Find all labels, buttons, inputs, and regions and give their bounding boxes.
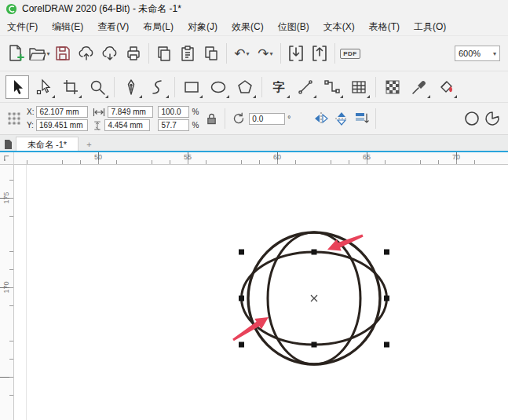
selection-handle[interactable] [384, 250, 389, 255]
cloud-upload-icon [78, 45, 95, 62]
table-tool-icon [350, 79, 367, 96]
menu-bitmaps[interactable]: 位图(B) [271, 18, 316, 35]
menu-text[interactable]: 文本(X) [316, 18, 362, 35]
zoom-tool[interactable] [86, 75, 109, 99]
hruler-tick-label: 50 [94, 153, 102, 161]
rectangle-tool[interactable] [180, 75, 203, 99]
ellipse-mode-icon [463, 110, 481, 127]
selection-handle[interactable] [384, 296, 389, 301]
window-title: CorelDRAW 2020 (64-Bit) - 未命名 -1* [22, 2, 181, 16]
open-dropdown-icon[interactable]: ▾ [46, 50, 49, 57]
lock-ratio-button[interactable] [202, 108, 221, 129]
drawing-canvas[interactable] [14, 165, 508, 420]
ruler-origin-icon [2, 154, 11, 163]
paste-icon [179, 45, 196, 62]
titlebar: CorelDRAW 2020 (64-Bit) - 未命名 -1* [0, 0, 508, 18]
text-tool[interactable]: 字 [267, 75, 291, 99]
ruler-origin-button[interactable] [0, 152, 14, 165]
crop-tool-icon [62, 79, 79, 96]
duplicate-button[interactable] [199, 40, 223, 67]
menu-object[interactable]: 对象(J) [181, 18, 225, 35]
mirror-horizontal-button[interactable] [312, 108, 331, 129]
undo-dropdown-icon[interactable]: ▾ [247, 50, 250, 57]
interactive-fill-tool[interactable] [434, 75, 458, 99]
document-tab-label: 未命名 -1* [27, 139, 67, 151]
document-tab-active[interactable]: 未命名 -1* [16, 137, 79, 152]
export-icon [311, 45, 328, 62]
pick-tool[interactable] [5, 75, 29, 99]
object-height-input[interactable] [104, 119, 150, 131]
paste-button[interactable] [176, 40, 199, 67]
transparency-checker-icon [384, 79, 401, 96]
zoom-level-combobox[interactable]: 600% ▾ [455, 46, 500, 61]
save-button[interactable] [51, 40, 75, 67]
freehand-tool[interactable] [146, 75, 170, 99]
dimension-tool[interactable] [294, 75, 317, 99]
scale-vertical-input[interactable] [158, 119, 189, 131]
publish-pdf-button[interactable]: PDF [338, 40, 362, 67]
toolbar-separator [226, 43, 227, 64]
menubar: 文件(F) 编辑(E) 查看(V) 布局(L) 对象(J) 效果(C) 位图(B… [0, 18, 508, 36]
shape-tool[interactable] [32, 75, 56, 99]
cloud-open-button[interactable] [98, 40, 122, 67]
eyedropper-tool[interactable] [407, 75, 431, 99]
menu-view[interactable]: 查看(V) [90, 18, 136, 35]
redo-button[interactable]: ↷ ▾ [254, 40, 277, 67]
new-document-tab-button[interactable]: + [79, 137, 99, 152]
polygon-tool[interactable] [233, 75, 257, 99]
cloud-upload-button[interactable] [75, 40, 98, 67]
horizontal-ruler[interactable]: 50 55 60 65 70 [14, 152, 508, 165]
vertical-ruler[interactable]: 175 170 [0, 165, 14, 420]
object-width-input[interactable] [108, 106, 153, 118]
coreldraw-logo-icon [5, 3, 17, 15]
undo-button[interactable]: ↶ ▾ [230, 40, 254, 67]
selection-handle[interactable] [239, 342, 244, 348]
y-position-input[interactable] [36, 119, 88, 131]
new-document-button[interactable] [4, 40, 27, 67]
arrange-order-button[interactable] [353, 108, 371, 129]
artistic-media-tool[interactable] [119, 75, 143, 99]
text-tool-icon: 字 [273, 81, 285, 93]
scale-v-percent-label: % [192, 121, 199, 130]
import-button[interactable] [284, 40, 308, 67]
property-bar: X: Y: % % [0, 103, 508, 135]
pdf-icon: PDF [340, 49, 360, 59]
selection-handle[interactable] [239, 296, 244, 301]
ellipse-tool[interactable] [206, 75, 230, 99]
ellipse-mode-button[interactable] [462, 108, 481, 129]
mirror-vertical-button[interactable] [332, 108, 351, 129]
welcome-screen-button[interactable] [0, 137, 16, 152]
scale-horizontal-input[interactable] [158, 106, 189, 118]
open-button[interactable]: ▾ [27, 40, 51, 67]
menu-tools[interactable]: 工具(O) [407, 18, 453, 35]
toolbox-separator [375, 77, 376, 97]
selection-handle[interactable] [312, 250, 317, 255]
pie-mode-button[interactable] [483, 108, 502, 129]
object-origin-selector[interactable] [5, 108, 24, 129]
connector-tool[interactable] [320, 75, 344, 99]
x-position-input[interactable] [36, 106, 88, 118]
toolbox: 字 [0, 71, 508, 103]
crop-tool[interactable] [59, 75, 82, 99]
redo-dropdown-icon[interactable]: ▾ [270, 50, 273, 57]
rotation-angle-input[interactable] [249, 113, 285, 125]
toolbar-separator [334, 43, 335, 64]
menu-effects[interactable]: 效果(C) [225, 18, 271, 35]
copy-button[interactable] [152, 40, 176, 67]
artistic-media-icon [122, 79, 140, 96]
zoom-tool-icon [89, 79, 106, 96]
table-tool[interactable] [347, 75, 371, 99]
transparency-tool[interactable] [381, 75, 404, 99]
menu-table[interactable]: 表格(T) [362, 18, 407, 35]
zoom-dropdown-icon: ▾ [493, 50, 496, 57]
selection-handle[interactable] [312, 342, 317, 348]
selection-handle[interactable] [239, 250, 244, 255]
print-button[interactable] [122, 40, 145, 67]
menu-file[interactable]: 文件(F) [0, 18, 45, 35]
menu-layout[interactable]: 布局(L) [136, 18, 181, 35]
x-position-label: X: [27, 108, 34, 116]
selection-handle[interactable] [384, 342, 389, 348]
toolbox-separator [174, 77, 175, 97]
export-button[interactable] [308, 40, 331, 67]
menu-edit[interactable]: 编辑(E) [45, 18, 90, 35]
